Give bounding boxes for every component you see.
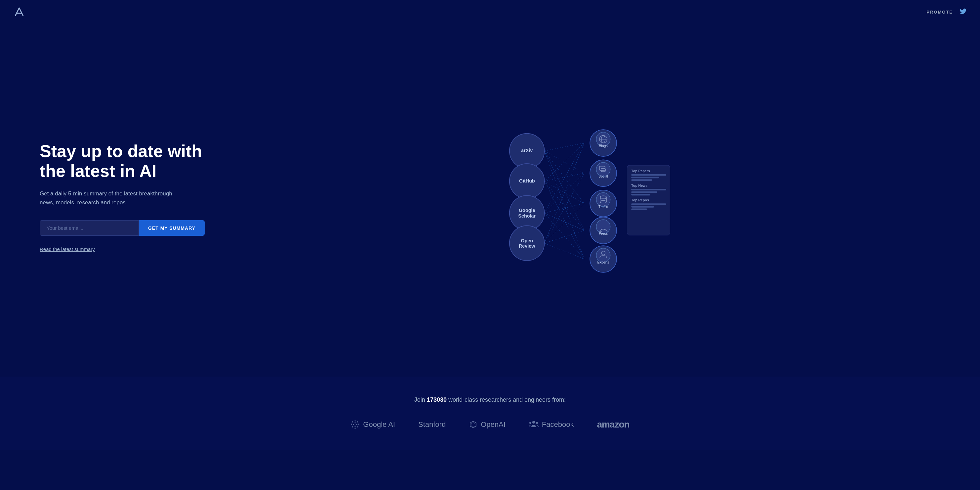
top-papers-label: Top Papers: [631, 169, 650, 173]
social-label: Social: [598, 174, 608, 178]
open-review-node-label2: Review: [519, 243, 535, 248]
svg-rect-53: [631, 203, 666, 205]
amazon-logo: amazon: [597, 419, 629, 430]
twitter-icon[interactable]: [959, 8, 967, 16]
svg-line-1: [544, 151, 584, 173]
svg-point-65: [356, 424, 358, 425]
svg-point-64: [355, 422, 356, 423]
amazon-text: amazon: [597, 419, 629, 430]
svg-point-69: [529, 422, 531, 424]
top-repos-label: Top Repos: [631, 198, 649, 202]
google-scholar-node-label: Google: [519, 208, 535, 213]
svg-line-2: [544, 151, 584, 203]
svg-line-12: [544, 203, 584, 213]
svg-rect-51: [631, 191, 657, 193]
email-input[interactable]: [40, 220, 139, 236]
experts-label: Experts: [597, 260, 609, 264]
logos-row: Google AI Stanford OpenAI: [13, 419, 967, 430]
bottom-section: Join 173030 world-class researchers and …: [0, 377, 980, 450]
svg-point-58: [358, 423, 360, 425]
svg-line-5: [544, 143, 584, 181]
svg-line-7: [544, 181, 584, 203]
hero-subtitle: Get a daily 5-min summary of the latest …: [40, 189, 185, 207]
svg-rect-48: [631, 177, 659, 178]
promote-button[interactable]: PROMOTE: [926, 10, 953, 14]
hero-title: Stay up to date with the latest in AI: [40, 142, 212, 181]
navigation: PROMOTE: [0, 0, 980, 24]
svg-rect-49: [631, 179, 652, 181]
openai-logo: OpenAI: [469, 420, 506, 429]
facebook-icon: [529, 420, 539, 428]
read-latest-link[interactable]: Read the latest summary: [40, 246, 95, 252]
svg-point-67: [353, 424, 355, 425]
svg-point-70: [536, 422, 538, 424]
svg-rect-50: [631, 189, 666, 191]
hero-left: Stay up to date with the latest in AI Ge…: [40, 142, 212, 252]
svg-line-8: [544, 181, 584, 230]
email-form: GET MY SUMMARY: [40, 220, 212, 236]
svg-point-57: [357, 421, 358, 423]
svg-rect-47: [631, 174, 666, 175]
svg-point-56: [355, 420, 356, 422]
svg-line-18: [544, 230, 584, 243]
svg-point-59: [357, 426, 359, 428]
svg-point-66: [355, 426, 356, 427]
google-scholar-node-label2: Scholar: [518, 213, 536, 218]
google-ai-logo: Google AI: [350, 420, 395, 429]
github-node-label: GitHub: [519, 178, 535, 183]
svg-point-62: [351, 423, 352, 425]
openai-text: OpenAI: [481, 420, 506, 429]
openai-icon: [469, 420, 477, 429]
svg-line-4: [544, 151, 584, 259]
hero-right: arXiv GitHub Google Scholar Open Review …: [212, 115, 953, 280]
svg-point-60: [355, 428, 356, 429]
svg-point-61: [352, 426, 353, 428]
nav-right: PROMOTE: [926, 8, 967, 16]
facebook-text: Facebook: [542, 420, 574, 429]
svg-rect-55: [631, 208, 647, 210]
svg-line-3: [544, 151, 584, 230]
hero-section: Stay up to date with the latest in AI Ge…: [0, 24, 980, 377]
stanford-logo: Stanford: [418, 420, 446, 429]
open-review-node-label: Open: [521, 238, 533, 243]
network-diagram: arXiv GitHub Google Scholar Open Review …: [487, 115, 678, 280]
svg-line-19: [544, 243, 584, 259]
svg-rect-52: [631, 194, 651, 196]
logo[interactable]: [13, 6, 25, 18]
join-text: Join 173030 world-class researchers and …: [13, 396, 967, 403]
stanford-text: Stanford: [418, 420, 446, 429]
get-summary-button[interactable]: GET MY SUMMARY: [139, 220, 205, 236]
facebook-logo: Facebook: [529, 420, 574, 429]
blogs-label: Blogs: [599, 144, 608, 148]
svg-point-63: [352, 421, 353, 423]
svg-line-0: [544, 143, 584, 151]
svg-line-10: [544, 143, 584, 213]
svg-line-6: [544, 173, 584, 181]
top-news-label: Top News: [631, 183, 648, 188]
arxiv-node-label: arXiv: [521, 148, 533, 153]
press-label: Press: [599, 231, 608, 235]
google-ai-text: Google AI: [363, 420, 395, 429]
svg-point-68: [532, 421, 535, 423]
google-ai-icon: [350, 420, 360, 429]
svg-rect-54: [631, 206, 654, 207]
traffic-label: Traffic: [598, 204, 608, 208]
